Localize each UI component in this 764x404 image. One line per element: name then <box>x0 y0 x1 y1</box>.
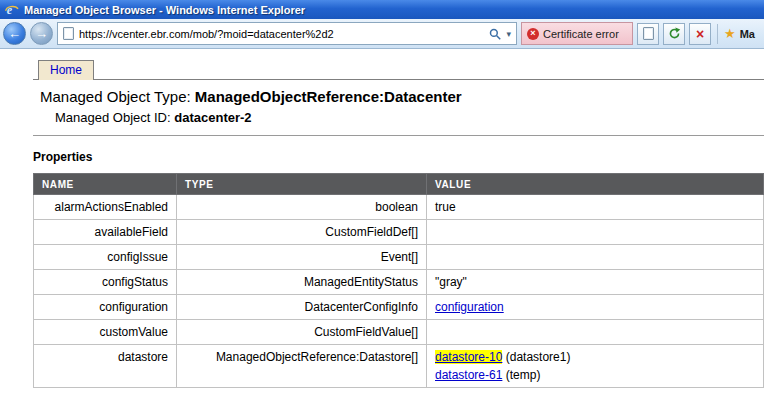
managed-object-type-label: Managed Object Type: <box>40 88 191 105</box>
command-bar-partial[interactable]: ★ Ma <box>724 27 761 40</box>
tab-home[interactable]: Home <box>38 60 94 80</box>
refresh-icon <box>668 27 681 40</box>
property-type: Event[] <box>177 245 427 270</box>
table-row: availableField CustomFieldDef[] <box>34 220 764 245</box>
chevron-down-icon[interactable]: ▾ <box>506 29 511 39</box>
configuration-link[interactable]: configuration <box>435 300 504 314</box>
property-value <box>427 245 764 270</box>
property-name: datastore <box>34 345 177 388</box>
browser-window: e Managed Object Browser - Windows Inter… <box>0 0 764 404</box>
partial-label: Ma <box>740 28 755 40</box>
datastore-61-suffix: (temp) <box>502 368 540 382</box>
properties-title: Properties <box>33 150 764 164</box>
property-name: alarmActionsEnabled <box>34 195 177 220</box>
star-icon: ★ <box>724 27 736 40</box>
certificate-error-badge[interactable]: × Certificate error <box>521 22 633 45</box>
tabs-row: Home <box>33 59 764 80</box>
ie-logo-icon: e <box>5 3 19 17</box>
datastore-value-line: datastore-61 (temp) <box>435 368 755 383</box>
table-row: configIssue Event[] <box>34 245 764 270</box>
property-type: DatacenterConfigInfo <box>177 295 427 320</box>
managed-object-id-label: Managed Object ID: <box>55 110 171 125</box>
property-type: ManagedEntityStatus <box>177 270 427 295</box>
back-button[interactable]: ← <box>3 22 26 45</box>
property-name: configIssue <box>34 245 177 270</box>
url-text: https://vcenter.ebr.com/mob/?moid=datace… <box>79 28 484 40</box>
back-icon: ← <box>8 27 21 40</box>
datastore-10-link[interactable]: datastore-10 <box>435 350 502 364</box>
column-header-type: TYPE <box>177 174 427 195</box>
page-icon[interactable] <box>63 27 74 40</box>
toolbar-separator <box>717 24 718 44</box>
table-header-row: NAME TYPE VALUE <box>34 174 764 195</box>
heading-section: Managed Object Type: ManagedObjectRefere… <box>33 80 764 136</box>
refresh-button[interactable] <box>663 23 685 45</box>
stop-button[interactable]: × <box>689 23 711 45</box>
property-type: CustomFieldDef[] <box>177 220 427 245</box>
managed-object-type-value: ManagedObjectReference:Datacenter <box>195 88 462 105</box>
property-name: customValue <box>34 320 177 345</box>
table-row: configuration DatacenterConfigInfo confi… <box>34 295 764 320</box>
stop-icon: × <box>696 27 704 41</box>
property-value: true <box>427 195 764 220</box>
column-header-name: NAME <box>34 174 177 195</box>
page-content: Home Managed Object Type: ManagedObjectR… <box>0 49 764 404</box>
managed-object-id-heading: Managed Object ID: datacenter-2 <box>40 105 764 125</box>
svg-text:e: e <box>7 3 13 17</box>
navigation-toolbar: ← → https://vcenter.ebr.com/mob/?moid=da… <box>0 19 764 49</box>
property-name: configuration <box>34 295 177 320</box>
forward-icon: → <box>35 27 48 40</box>
property-value: "gray" <box>427 270 764 295</box>
property-value: datastore-10 (datastore1) datastore-61 (… <box>427 345 764 388</box>
property-name: availableField <box>34 220 177 245</box>
titlebar: e Managed Object Browser - Windows Inter… <box>0 0 764 19</box>
column-header-value: VALUE <box>427 174 764 195</box>
managed-object-type-heading: Managed Object Type: ManagedObjectRefere… <box>40 88 764 105</box>
property-type: ManagedObjectReference:Datastore[] <box>177 345 427 388</box>
address-bar[interactable]: https://vcenter.ebr.com/mob/?moid=datace… <box>57 22 517 45</box>
property-value <box>427 220 764 245</box>
forward-button[interactable]: → <box>30 22 53 45</box>
property-name: configStatus <box>34 270 177 295</box>
properties-table: NAME TYPE VALUE alarmActionsEnabled bool… <box>33 173 764 388</box>
datastore-10-suffix: (datastore1) <box>502 350 570 364</box>
managed-object-id-value: datacenter-2 <box>174 110 251 125</box>
certificate-error-icon: × <box>527 28 539 40</box>
search-icon[interactable] <box>489 28 501 40</box>
datastore-value-line: datastore-10 (datastore1) <box>435 350 755 365</box>
compatibility-view-button[interactable] <box>637 23 659 45</box>
table-row: configStatus ManagedEntityStatus "gray" <box>34 270 764 295</box>
window-title: Managed Object Browser - Windows Interne… <box>24 4 305 16</box>
property-type: CustomFieldValue[] <box>177 320 427 345</box>
compatibility-view-icon <box>643 27 654 40</box>
property-type: boolean <box>177 195 427 220</box>
table-row: customValue CustomFieldValue[] <box>34 320 764 345</box>
table-row: datastore ManagedObjectReference:Datasto… <box>34 345 764 388</box>
certificate-error-label: Certificate error <box>543 28 619 40</box>
datastore-61-link[interactable]: datastore-61 <box>435 368 502 382</box>
property-value <box>427 320 764 345</box>
table-row: alarmActionsEnabled boolean true <box>34 195 764 220</box>
property-value: configuration <box>427 295 764 320</box>
